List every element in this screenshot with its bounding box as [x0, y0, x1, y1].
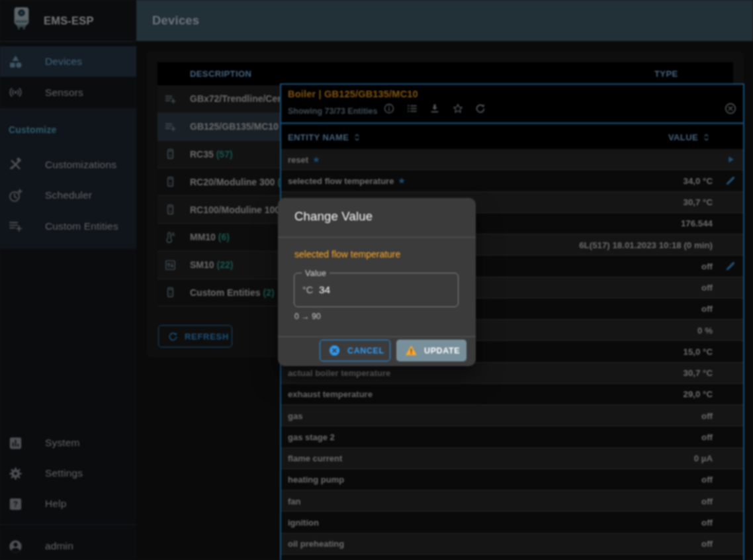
- value-input-label: Value: [302, 269, 330, 278]
- value-input-value: 34: [319, 284, 330, 296]
- entity-label: selected flow temperature: [294, 249, 400, 259]
- divider: [278, 237, 476, 238]
- dialog-title: Change Value: [294, 209, 373, 224]
- change-value-dialog: Change Value selected flow temperature V…: [278, 198, 476, 366]
- value-range-helper: 0 → 90: [294, 312, 321, 321]
- cancel-icon: [328, 344, 341, 357]
- divider: [278, 336, 476, 337]
- dialog-actions: CANCEL UPDATE: [278, 340, 476, 361]
- value-input[interactable]: Value °C 34: [294, 273, 459, 307]
- value-input-adornment: °C: [302, 285, 313, 295]
- update-button-label: UPDATE: [424, 346, 460, 355]
- warning-icon: [405, 344, 418, 357]
- cancel-button[interactable]: CANCEL: [320, 340, 390, 361]
- update-button[interactable]: UPDATE: [396, 340, 466, 361]
- app-root: Devices DESCRIPTION TYPE GBx72/Trendline…: [0, 0, 753, 560]
- cancel-button-label: CANCEL: [347, 346, 384, 355]
